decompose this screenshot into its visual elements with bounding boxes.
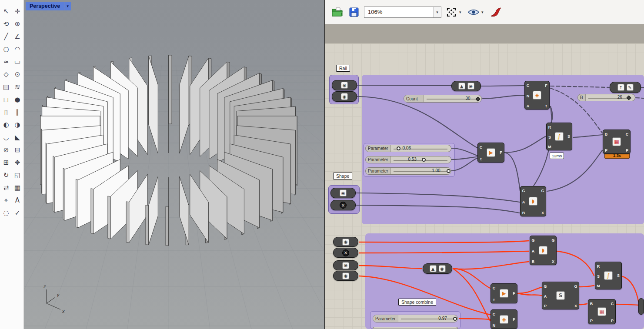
input-port-p[interactable]: P bbox=[543, 303, 547, 309]
pipeline-pill-top-right[interactable]: ↑✎ bbox=[610, 82, 641, 93]
output-port-g[interactable]: G bbox=[551, 238, 555, 243]
slider-knob[interactable] bbox=[422, 158, 426, 162]
polygon-icon[interactable]: ◇ bbox=[1, 69, 11, 80]
array-icon[interactable]: ▦ bbox=[12, 183, 23, 193]
sweep-top-component[interactable]: RSMS∫ bbox=[546, 123, 572, 150]
boolean-union-icon[interactable]: ◐ bbox=[1, 120, 11, 130]
output-port-c[interactable]: C bbox=[610, 301, 614, 306]
zoom-dropdown-arrow-icon[interactable]: ▾ bbox=[433, 7, 441, 17]
pointer-icon[interactable]: ↖ bbox=[1, 6, 11, 17]
output-port-g[interactable]: G bbox=[541, 188, 545, 193]
input-port-g[interactable]: G bbox=[543, 284, 547, 289]
output-port-p[interactable]: P bbox=[610, 318, 614, 323]
scale-icon[interactable]: ◱ bbox=[12, 170, 23, 180]
boolean-difference-icon[interactable]: ◑ bbox=[12, 120, 23, 130]
input-port-a[interactable]: A bbox=[521, 199, 526, 205]
b-slider[interactable]: B 26 bbox=[577, 94, 635, 101]
orbit-icon[interactable]: ⟲ bbox=[1, 19, 11, 29]
input-port-p[interactable]: P bbox=[604, 148, 608, 153]
input-port-a[interactable]: A bbox=[543, 294, 547, 299]
circle-icon[interactable]: ○ bbox=[1, 44, 11, 54]
input-port-g[interactable]: G bbox=[521, 188, 526, 193]
shape-param-1[interactable]: ◉ bbox=[330, 188, 356, 198]
ellipse-icon[interactable]: ⊙ bbox=[12, 69, 23, 80]
input-port-r[interactable]: R bbox=[547, 125, 552, 130]
polyline-icon[interactable]: ∠ bbox=[12, 31, 23, 42]
input-port-b[interactable]: B bbox=[531, 259, 535, 264]
split-icon[interactable]: ⊟ bbox=[12, 145, 23, 155]
input-port-m[interactable]: M bbox=[596, 283, 601, 289]
input-port-a[interactable]: A bbox=[531, 249, 535, 254]
output-port-g[interactable]: G bbox=[574, 284, 578, 289]
check-icon[interactable]: ✓ bbox=[12, 208, 23, 218]
input-port-r[interactable]: R bbox=[596, 264, 601, 269]
output-port-x[interactable]: X bbox=[551, 259, 555, 264]
dimension-icon[interactable]: ⌖ bbox=[1, 195, 11, 206]
input-port-a[interactable]: A bbox=[526, 103, 530, 109]
count-slider[interactable]: Count 30 bbox=[404, 95, 482, 103]
rail-param-1[interactable]: ◉ bbox=[332, 80, 357, 90]
move-icon[interactable]: ✥ bbox=[12, 157, 23, 168]
bottom-param-2[interactable]: × bbox=[333, 248, 358, 258]
output-port-x[interactable]: X bbox=[574, 303, 578, 309]
loft-icon[interactable]: ≋ bbox=[12, 82, 23, 92]
output-port-c[interactable]: C bbox=[625, 132, 629, 137]
preview-button[interactable] bbox=[467, 5, 480, 19]
rhino-viewport[interactable]: z y x Perspective ▼ bbox=[24, 0, 325, 329]
output-port-s[interactable]: S bbox=[616, 273, 621, 278]
cylinder-icon[interactable]: ▯ bbox=[1, 107, 11, 117]
input-port-c[interactable]: C bbox=[492, 286, 496, 291]
pan-icon[interactable]: ✛ bbox=[12, 6, 23, 17]
perp-frames-component[interactable]: CNAFt◈ bbox=[524, 81, 550, 110]
zoom-extents-dropdown-icon[interactable]: ▾ bbox=[459, 10, 464, 14]
rail-param-2[interactable]: ◉ bbox=[332, 91, 357, 102]
input-port-s[interactable]: S bbox=[596, 274, 601, 279]
fillet-icon[interactable]: ◡ bbox=[1, 132, 11, 143]
chamfer-icon[interactable]: ◣ bbox=[12, 132, 23, 143]
slider-knob[interactable] bbox=[397, 146, 400, 150]
graft-pill-top[interactable]: ▲◉ bbox=[451, 81, 481, 91]
trim-icon[interactable]: ⊘ bbox=[1, 145, 11, 155]
input-port-p[interactable]: P bbox=[589, 318, 594, 323]
sweep-bottom-component[interactable]: RSMS∫ bbox=[595, 262, 622, 289]
zoom-select[interactable]: 106% ▾ bbox=[364, 7, 441, 18]
bottom-param-1[interactable]: ◉ bbox=[333, 237, 358, 247]
output-port-f[interactable]: F bbox=[512, 317, 516, 322]
pipe-icon[interactable]: ∥ bbox=[12, 107, 23, 117]
bottom-param-3[interactable]: ◉ bbox=[333, 260, 358, 270]
open-file-button[interactable] bbox=[331, 5, 344, 19]
input-port-b[interactable]: B bbox=[589, 301, 594, 306]
input-port-c[interactable]: C bbox=[526, 83, 530, 88]
sphere-icon[interactable]: ● bbox=[12, 94, 23, 105]
eval-curve-bottom-component[interactable]: CtF▶ bbox=[491, 283, 517, 303]
parameter-slider-2[interactable]: Parameter 0.53 bbox=[365, 156, 451, 163]
output-port-x[interactable]: X bbox=[541, 210, 545, 216]
slider-knob[interactable] bbox=[475, 96, 480, 101]
graft-pill-bottom[interactable]: ▲◉ bbox=[423, 263, 452, 274]
partial-slider[interactable] bbox=[373, 327, 458, 329]
input-port-n[interactable]: N bbox=[526, 93, 530, 99]
input-port-t[interactable]: t bbox=[492, 297, 496, 302]
output-port-f[interactable]: F bbox=[499, 150, 503, 155]
input-port-b[interactable]: B bbox=[521, 210, 526, 216]
point-icon[interactable]: ◌ bbox=[1, 208, 11, 218]
surface-icon[interactable]: ▤ bbox=[1, 82, 11, 92]
bottom-param-4[interactable]: ◉ bbox=[333, 271, 358, 281]
eval-curve-top-component[interactable]: CtF▶ bbox=[477, 143, 504, 163]
input-port-c[interactable]: C bbox=[492, 312, 496, 317]
input-port-t[interactable]: t bbox=[479, 156, 483, 162]
zoom-icon[interactable]: ⊕ bbox=[12, 19, 23, 29]
save-button[interactable] bbox=[347, 5, 360, 19]
text-icon[interactable]: A bbox=[12, 195, 23, 206]
viewport-menu-arrow-icon[interactable]: ▼ bbox=[64, 2, 71, 10]
output-port-s[interactable]: S bbox=[567, 134, 571, 139]
join-icon[interactable]: ⊞ bbox=[1, 157, 11, 168]
curve-frame-bottom-component[interactable]: CNF◈ bbox=[491, 309, 517, 329]
box-morph-top-component[interactable]: BPCP▦ bbox=[603, 130, 631, 154]
input-port-g[interactable]: G bbox=[531, 238, 535, 243]
preview-dropdown-icon[interactable]: ▾ bbox=[481, 10, 486, 14]
input-port-m[interactable]: M bbox=[547, 144, 552, 150]
parameter-slider-1[interactable]: Parameter 0.06 bbox=[365, 145, 451, 152]
output-port-p[interactable]: P bbox=[625, 148, 629, 153]
output-port-f[interactable]: F bbox=[512, 291, 516, 296]
